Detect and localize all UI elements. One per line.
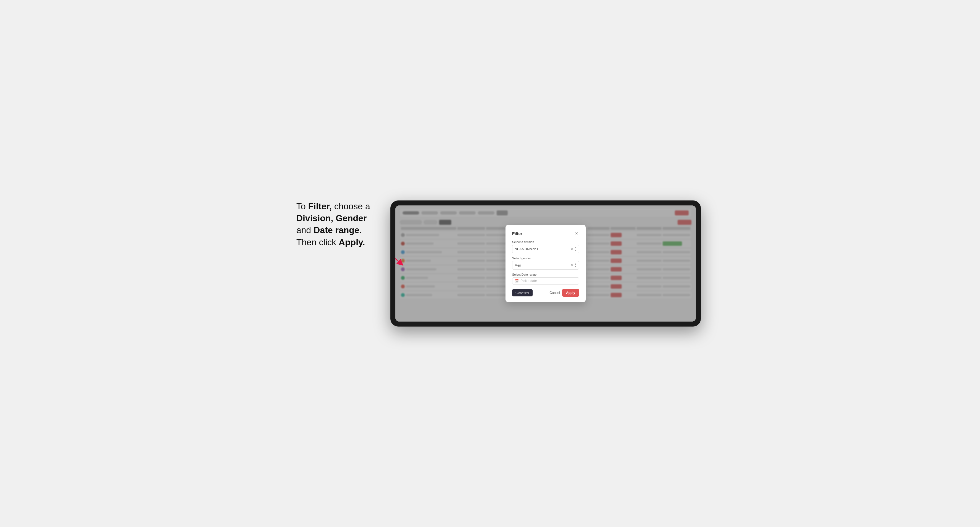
modal-footer: Clear filter Cancel Apply xyxy=(512,289,579,297)
division-form-group: Select a division NCAA Division I ✕ ▲ ▼ xyxy=(512,240,579,253)
division-arrows-icon: ▲ ▼ xyxy=(574,246,577,252)
instruction-line4: Then click Apply. xyxy=(296,237,365,247)
filter-modal: Filter ✕ Select a division NCAA Division… xyxy=(506,225,586,302)
bold-date: Date range. xyxy=(313,225,362,235)
tablet-screen: Filter ✕ Select a division NCAA Division… xyxy=(395,205,696,322)
gender-select-controls: ✕ ▲ ▼ xyxy=(571,263,577,268)
clear-filter-button[interactable]: Clear filter xyxy=(512,289,533,297)
modal-footer-right: Cancel Apply xyxy=(549,289,579,297)
bold-apply: Apply. xyxy=(339,237,365,247)
division-label: Select a division xyxy=(512,240,579,244)
modal-header: Filter ✕ xyxy=(512,231,579,236)
date-input[interactable]: 📅 Pick a date xyxy=(512,277,579,284)
instruction-line3: and Date range. xyxy=(296,225,362,235)
instruction-line1: To Filter, choose a xyxy=(296,201,370,211)
division-value: NCAA Division I xyxy=(515,247,571,251)
gender-clear-icon[interactable]: ✕ xyxy=(571,264,573,267)
gender-select[interactable]: Men ✕ ▲ ▼ xyxy=(512,261,579,270)
close-icon[interactable]: ✕ xyxy=(574,231,579,236)
gender-form-group: Select gender Men ✕ ▲ ▼ xyxy=(512,257,579,270)
cancel-button[interactable]: Cancel xyxy=(549,291,560,295)
bold-division-gender: Division, Gender xyxy=(296,213,367,223)
bold-filter: Filter, xyxy=(308,201,332,211)
tablet-device: Filter ✕ Select a division NCAA Division… xyxy=(390,200,701,327)
division-select[interactable]: NCAA Division I ✕ ▲ ▼ xyxy=(512,245,579,253)
modal-title: Filter xyxy=(512,231,522,236)
division-select-controls: ✕ ▲ ▼ xyxy=(571,246,577,252)
gender-label: Select gender xyxy=(512,257,579,260)
date-placeholder: Pick a date xyxy=(520,279,537,283)
annotation-arrow xyxy=(395,205,423,286)
modal-overlay: Filter ✕ Select a division NCAA Division… xyxy=(395,205,696,322)
date-label: Select Date range xyxy=(512,273,579,276)
date-form-group: Select Date range 📅 Pick a date xyxy=(512,273,579,284)
gender-value: Men xyxy=(515,264,571,267)
apply-button[interactable]: Apply xyxy=(562,289,579,297)
instruction-text: To Filter, choose a Division, Gender and… xyxy=(296,200,374,248)
division-clear-icon[interactable]: ✕ xyxy=(571,247,573,251)
gender-arrows-icon: ▲ ▼ xyxy=(574,263,577,268)
calendar-icon: 📅 xyxy=(515,279,519,283)
page-container: To Filter, choose a Division, Gender and… xyxy=(296,200,684,327)
